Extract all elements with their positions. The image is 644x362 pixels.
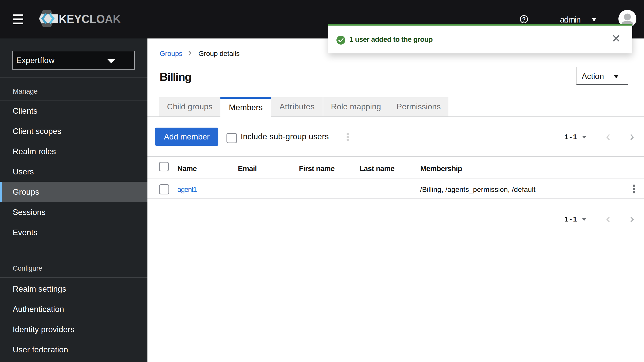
svg-text:?: ? [522,16,526,23]
svg-text:KEYCLOAK: KEYCLOAK [59,12,121,26]
